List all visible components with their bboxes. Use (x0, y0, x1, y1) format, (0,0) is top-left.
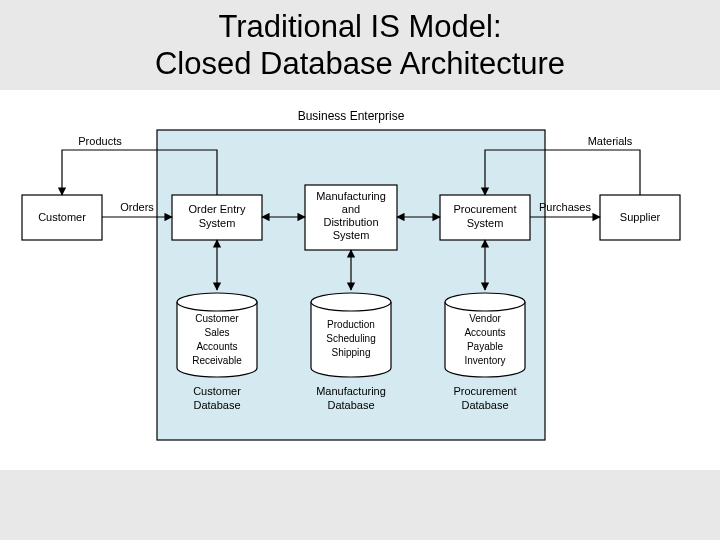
svg-text:System: System (333, 229, 370, 241)
svg-text:Production: Production (327, 319, 375, 330)
procurement-db-label-l2: Database (461, 399, 508, 411)
svg-text:Vendor: Vendor (469, 313, 501, 324)
svg-text:Accounts: Accounts (196, 341, 237, 352)
manufacturing-db-label-l2: Database (327, 399, 374, 411)
manufacturing-box: Manufacturing and Distribution System (305, 185, 397, 250)
procurement-db-label-l1: Procurement (454, 385, 517, 397)
title-line2: Closed Database Architecture (155, 46, 565, 81)
diagram-title: Business Enterprise (298, 109, 405, 123)
order-entry-box: Order Entry System (172, 195, 262, 240)
svg-point-30 (445, 293, 525, 311)
svg-text:Purchases: Purchases (539, 201, 591, 213)
svg-text:Scheduling: Scheduling (326, 333, 375, 344)
supplier-box: Supplier (600, 195, 680, 240)
svg-text:Distribution: Distribution (323, 216, 378, 228)
svg-text:Sales: Sales (204, 327, 229, 338)
customer-db-label-l2: Database (193, 399, 240, 411)
svg-text:Inventory: Inventory (464, 355, 505, 366)
svg-text:Products: Products (78, 135, 122, 147)
slide-title: Traditional IS Model: Closed Database Ar… (0, 0, 720, 90)
manufacturing-db-cylinder: Production Scheduling Shipping (311, 293, 391, 377)
svg-text:Procurement: Procurement (454, 203, 517, 215)
svg-text:and: and (342, 203, 360, 215)
svg-point-26 (311, 293, 391, 311)
svg-text:Shipping: Shipping (332, 347, 371, 358)
customer-box: Customer (22, 195, 102, 240)
svg-text:System: System (467, 217, 504, 229)
svg-text:Orders: Orders (120, 201, 154, 213)
svg-text:Receivable: Receivable (192, 355, 242, 366)
svg-text:Materials: Materials (588, 135, 633, 147)
customer-db-cylinder: Customer Sales Accounts Receivable (177, 293, 257, 377)
slide-footer (0, 470, 720, 540)
diagram-canvas: Business Enterprise Customer Order Entry… (0, 90, 720, 470)
svg-text:Manufacturing: Manufacturing (316, 190, 386, 202)
svg-text:Customer: Customer (38, 211, 86, 223)
procurement-box: Procurement System (440, 195, 530, 240)
svg-text:Payable: Payable (467, 341, 504, 352)
title-line1: Traditional IS Model: (218, 9, 501, 44)
svg-text:Supplier: Supplier (620, 211, 661, 223)
procurement-db-cylinder: Vendor Accounts Payable Inventory (445, 293, 525, 377)
manufacturing-db-label-l1: Manufacturing (316, 385, 386, 397)
svg-text:System: System (199, 217, 236, 229)
svg-text:Customer: Customer (195, 313, 239, 324)
svg-text:Accounts: Accounts (464, 327, 505, 338)
svg-text:Order Entry: Order Entry (189, 203, 246, 215)
customer-db-label-l1: Customer (193, 385, 241, 397)
svg-point-21 (177, 293, 257, 311)
